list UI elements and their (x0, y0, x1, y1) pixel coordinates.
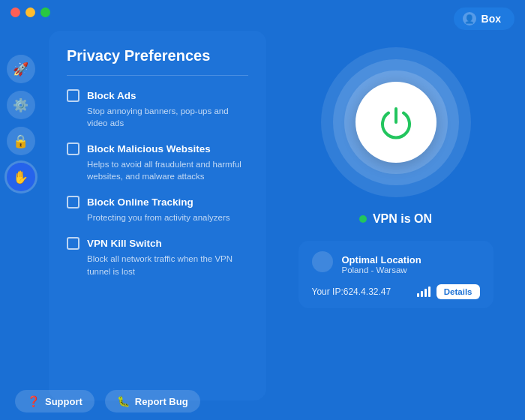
block-malicious-checkbox[interactable] (67, 142, 80, 155)
bottom-bar: ❓ Support 🐛 Report Bug (0, 382, 525, 420)
pref-item-block-tracking: Block Online Tracking Protecting you fro… (67, 196, 248, 224)
power-circles (321, 47, 471, 197)
location-name: Optimal Location (342, 254, 422, 266)
power-button[interactable] (356, 82, 436, 163)
signal-bar-3 (424, 289, 427, 297)
pref-item-block-malicious: Block Malicious Websites Helps to avoid … (67, 142, 248, 182)
signal-bar-2 (421, 291, 423, 297)
svg-point-0 (312, 251, 333, 272)
divider (67, 75, 248, 76)
rocket-icon: 🚀 (13, 62, 28, 77)
vpn-status-text: VPN is ON (373, 212, 432, 226)
close-button[interactable] (10, 8, 20, 17)
bug-icon: 🐛 (117, 395, 130, 407)
block-malicious-desc: Helps to avoid all fraudulent and harmfu… (67, 158, 248, 182)
maximize-button[interactable] (40, 8, 50, 17)
signal-bar-1 (417, 293, 419, 297)
power-icon (376, 103, 416, 142)
report-bug-button[interactable]: 🐛 Report Bug (105, 390, 200, 412)
block-ads-desc: Stop annoying banners, pop-ups and video… (67, 105, 248, 129)
ip-label: Your IP: (312, 286, 344, 297)
location-city: Poland - Warsaw (342, 266, 422, 274)
location-card: 🚀 Optimal Location Poland - Warsaw Your … (298, 241, 494, 308)
minimize-button[interactable] (26, 8, 35, 17)
pref-label-row-kill-switch: VPN Kill Switch (67, 237, 248, 250)
signal-bar-4 (428, 286, 430, 297)
kill-switch-desc: Block all network traffic when the VPN t… (67, 253, 248, 277)
traffic-lights (10, 8, 50, 17)
right-panel: VPN is ON 🚀 Optimal Location Poland - Wa… (274, 25, 525, 412)
pref-label-row-block-ads: Block Ads (67, 89, 248, 102)
support-button[interactable]: ❓ Support (15, 390, 94, 412)
ip-address: 624.4.32.47 (344, 286, 391, 297)
vpn-status: VPN is ON (359, 212, 432, 226)
block-ads-label: Block Ads (87, 90, 136, 101)
sidebar: 🚀 ⚙️ 🔒 ✋ (0, 25, 41, 412)
pref-label-row-block-malicious: Block Malicious Websites (67, 142, 248, 155)
location-info: Optimal Location Poland - Warsaw (342, 254, 422, 274)
sidebar-item-settings[interactable]: ⚙️ (7, 91, 35, 119)
signal-icon (417, 286, 430, 297)
pref-item-kill-switch: VPN Kill Switch Block all network traffi… (67, 237, 248, 277)
user-icon: 👤 (463, 12, 476, 26)
left-panel: Privacy Preferences Block Ads Stop annoy… (41, 25, 274, 412)
main-layout: 🚀 ⚙️ 🔒 ✋ Privacy Preferences Block Ads S… (0, 25, 525, 412)
ip-right: Details (417, 284, 480, 299)
ip-text: Your IP:624.4.32.47 (312, 286, 392, 297)
optimal-location-icon: 🚀 (312, 251, 333, 277)
details-button[interactable]: Details (436, 284, 480, 299)
privacy-title: Privacy Preferences (67, 47, 248, 64)
pref-item-block-ads: Block Ads Stop annoying banners, pop-ups… (67, 89, 248, 129)
sidebar-item-rocket[interactable]: 🚀 (7, 55, 35, 83)
hand-icon: ✋ (13, 170, 28, 185)
sidebar-item-hand[interactable]: ✋ (7, 163, 35, 191)
support-label: Support (45, 396, 82, 407)
ip-row: Your IP:624.4.32.47 Details (312, 284, 480, 299)
title-bar: 👤 Box (0, 0, 525, 25)
vpn-status-dot (359, 215, 367, 223)
report-bug-label: Report Bug (135, 396, 188, 407)
block-tracking-checkbox[interactable] (67, 196, 80, 208)
user-button-label: Box (482, 13, 501, 25)
kill-switch-label: VPN Kill Switch (87, 238, 162, 249)
gear-icon: ⚙️ (13, 98, 28, 113)
support-icon: ❓ (27, 395, 40, 407)
block-tracking-desc: Protecting you from activity analyzers (67, 212, 248, 224)
pref-label-row-block-tracking: Block Online Tracking (67, 196, 248, 208)
block-ads-checkbox[interactable] (67, 89, 80, 102)
privacy-card: Privacy Preferences Block Ads Stop annoy… (49, 31, 266, 400)
block-tracking-label: Block Online Tracking (87, 196, 194, 208)
sidebar-item-lock[interactable]: 🔒 (7, 127, 35, 155)
block-malicious-label: Block Malicious Websites (87, 143, 211, 154)
kill-switch-checkbox[interactable] (67, 237, 80, 250)
lock-icon: 🔒 (13, 134, 28, 149)
location-top: 🚀 Optimal Location Poland - Warsaw (312, 251, 480, 277)
